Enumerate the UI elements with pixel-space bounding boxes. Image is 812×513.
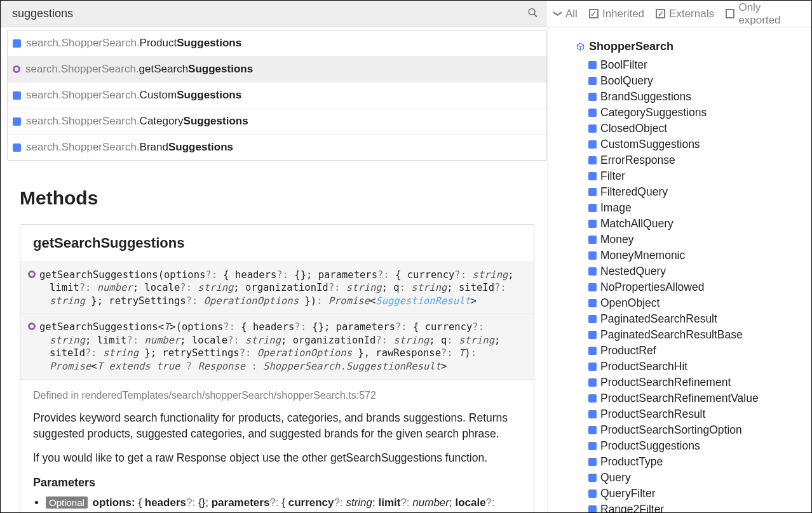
sidebar-item[interactable]: Query	[588, 470, 805, 486]
sidebar-item[interactable]: NestedQuery	[588, 263, 805, 279]
sidebar-item[interactable]: ProductType	[588, 454, 805, 470]
suggestion-text: search.ShopperSearch.CustomSuggestions	[26, 89, 241, 102]
type-icon	[588, 140, 597, 149]
sidebar-item-label: Filter	[600, 170, 625, 183]
sidebar-item-label: ProductRef	[600, 344, 656, 357]
sidebar-item[interactable]: MoneyMnemonic	[588, 248, 805, 263]
sidebar-item[interactable]: ErrorResponse	[588, 152, 805, 168]
cube-icon	[576, 42, 585, 51]
filter-all[interactable]: ❯All	[555, 8, 578, 20]
sidebar-module-header[interactable]: ShopperSearch	[576, 40, 805, 53]
filter-inherited-label: Inherited	[602, 8, 644, 20]
sidebar-item[interactable]: ProductSearchRefinement	[588, 375, 805, 390]
sidebar-item-label: Image	[600, 201, 632, 215]
sidebar-item-label: CustomSuggestions	[600, 138, 700, 151]
signature-1: getSearchSuggestions(options?: { headers…	[20, 262, 534, 314]
sidebar-item-label: ProductSearchHit	[600, 360, 687, 373]
signature-text: getSearchSuggestions(options?: { headers…	[39, 269, 526, 307]
sidebar-item-label: ProductSearchRefinementValue	[600, 392, 759, 405]
sidebar[interactable]: ShopperSearch BoolFilterBoolQueryBrandSu…	[547, 27, 811, 512]
suggestion-text: search.ShopperSearch.BrandSuggestions	[26, 141, 233, 154]
sidebar-item[interactable]: ProductSearchHit	[588, 359, 805, 375]
checkbox-icon	[726, 9, 734, 18]
sidebar-item-label: ProductSearchRefinement	[600, 376, 731, 389]
sidebar-item-label: NestedQuery	[600, 265, 666, 278]
suggestion-text: search.ShopperSearch.CategorySuggestions	[26, 115, 248, 128]
search-icon[interactable]	[527, 7, 538, 20]
suggestion-row[interactable]: search.ShopperSearch.BrandSuggestions	[8, 135, 546, 160]
type-icon	[588, 474, 597, 482]
method-description-1: Provides keyword search functionality fo…	[20, 401, 534, 441]
sidebar-item[interactable]: BoolFilter	[588, 57, 805, 73]
sidebar-item[interactable]: ProductSearchSortingOption	[588, 422, 805, 438]
checkbox-icon	[656, 9, 665, 18]
suggestion-row[interactable]: search.ShopperSearch.getSearchSuggestion…	[8, 57, 546, 83]
search-input[interactable]	[1, 1, 547, 27]
filter-externals[interactable]: Externals	[656, 8, 714, 20]
type-icon	[588, 61, 597, 69]
sidebar-item-label: ProductSearchResult	[600, 408, 705, 421]
sidebar-item[interactable]: ClosedObject	[588, 121, 805, 137]
sidebar-item[interactable]: FilteredQuery	[588, 184, 805, 200]
sidebar-item[interactable]: MatchAllQuery	[588, 216, 805, 232]
suggestion-row[interactable]: search.ShopperSearch.CategorySuggestions	[8, 109, 546, 135]
type-icon	[588, 299, 597, 307]
sidebar-item[interactable]: CategorySuggestions	[588, 105, 805, 121]
sidebar-item[interactable]: ProductRef	[588, 343, 805, 359]
type-icon	[588, 442, 597, 450]
sidebar-item[interactable]: BoolQuery	[588, 73, 805, 89]
sidebar-item-label: BrandSuggestions	[600, 90, 691, 103]
sidebar-item[interactable]: Image	[588, 200, 805, 216]
sidebar-item-label: BoolFilter	[600, 58, 647, 72]
type-icon	[588, 93, 597, 101]
type-icon	[588, 283, 597, 291]
sidebar-item[interactable]: Money	[588, 232, 805, 248]
method-icon	[13, 65, 20, 73]
type-icon	[588, 410, 597, 418]
method-panel: getSearchSuggestions getSearchSuggestion…	[20, 224, 534, 512]
method-icon	[28, 323, 36, 330]
type-icon	[588, 172, 597, 180]
method-icon	[28, 270, 36, 278]
sidebar-item-label: OpenObject	[600, 296, 660, 310]
type-icon	[588, 331, 597, 339]
source-location: Defined in renderedTemplates/search/shop…	[20, 380, 534, 401]
sidebar-item[interactable]: PaginatedSearchResult	[588, 311, 805, 327]
sidebar-item[interactable]: ProductSearchRefinementValue	[588, 390, 805, 406]
main-panel: search.ShopperSearch.ProductSuggestionss…	[1, 27, 547, 512]
sidebar-item[interactable]: NoPropertiesAllowed	[588, 279, 805, 295]
type-icon	[588, 490, 597, 498]
type-icon	[588, 251, 597, 260]
optional-badge: Optional	[46, 496, 88, 509]
search-suggestions-dropdown: search.ShopperSearch.ProductSuggestionss…	[7, 30, 547, 161]
filter-only-exported[interactable]: Only exported	[726, 1, 802, 27]
type-icon	[588, 363, 597, 371]
filter-inherited[interactable]: Inherited	[589, 8, 644, 20]
sidebar-item[interactable]: ProductSuggestions	[588, 438, 805, 454]
sidebar-list: BoolFilterBoolQueryBrandSuggestionsCateg…	[576, 57, 805, 512]
sidebar-item[interactable]: ProductSearchResult	[588, 406, 805, 422]
suggestion-row[interactable]: search.ShopperSearch.ProductSuggestions	[8, 30, 546, 57]
sidebar-item[interactable]: CustomSuggestions	[588, 137, 805, 152]
sidebar-item[interactable]: PaginatedSearchResultBase	[588, 327, 805, 343]
param-options: Optional options: { headers?: {}; parame…	[46, 495, 521, 512]
type-icon	[13, 143, 21, 152]
sidebar-item[interactable]: Range2Filter	[588, 502, 805, 512]
type-icon	[588, 426, 597, 434]
sidebar-item-label: Query	[600, 471, 631, 484]
suggestion-text: search.ShopperSearch.getSearchSuggestion…	[25, 63, 253, 76]
sidebar-item[interactable]: OpenObject	[588, 295, 805, 311]
sidebar-item[interactable]: Filter	[588, 168, 805, 184]
sidebar-item[interactable]: QueryFilter	[588, 486, 805, 502]
sidebar-item-label: QueryFilter	[600, 487, 656, 500]
sidebar-item-label: ClosedObject	[600, 122, 667, 135]
suggestion-text: search.ShopperSearch.ProductSuggestions	[26, 37, 241, 50]
suggestion-row[interactable]: search.ShopperSearch.CustomSuggestions	[8, 83, 546, 109]
type-icon	[588, 315, 597, 323]
sidebar-item-label: ProductSearchSortingOption	[600, 423, 742, 437]
sidebar-item-label: Money	[600, 233, 634, 246]
sidebar-item[interactable]: BrandSuggestions	[588, 89, 805, 105]
sidebar-item-label: ProductType	[600, 455, 663, 469]
type-icon	[13, 91, 21, 100]
filter-only-exported-label: Only exported	[738, 1, 802, 27]
